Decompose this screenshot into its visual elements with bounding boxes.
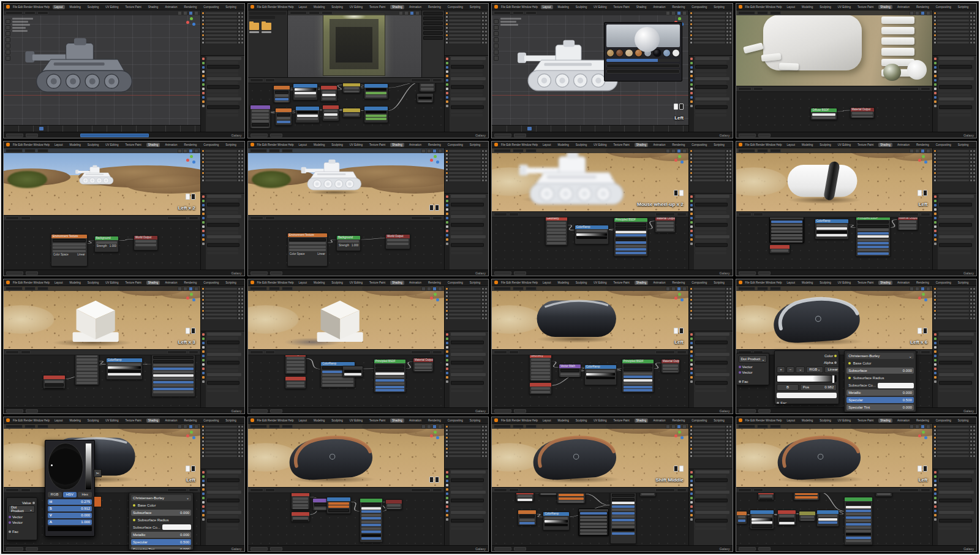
properties-tabs[interactable]	[689, 194, 694, 270]
workspace-tab-texture-paint[interactable]: Texture Paint	[856, 418, 875, 423]
outliner-row[interactable]	[690, 451, 731, 453]
node-header[interactable]	[386, 500, 402, 504]
viewport-3d[interactable]: Left	[492, 10, 688, 125]
node-editor[interactable]: Diffuse BSDF Material Output	[736, 86, 933, 132]
node-editor[interactable]: Geometry ColorRamp Principled BSDF Mater…	[492, 211, 688, 270]
blender-logo-icon[interactable]	[6, 143, 10, 146]
outliner-row[interactable]	[934, 153, 975, 156]
menu-items[interactable]: File Edit Render Window Help	[745, 143, 782, 146]
node-editor[interactable]: Environment TextureColor SpaceLinear Bac…	[248, 215, 445, 270]
outliner-row[interactable]	[202, 436, 243, 439]
workspace-tab-uv-editing[interactable]: UV Editing	[836, 418, 853, 423]
viewport-header[interactable]	[736, 424, 933, 429]
workspace-tab-modeling[interactable]: Modeling	[68, 5, 83, 9]
properties-tab-icon[interactable]	[446, 368, 448, 370]
outliner-panel[interactable]	[933, 286, 976, 331]
workspace-tab-rendering[interactable]: Rendering	[182, 5, 198, 9]
outliner-row[interactable]	[202, 12, 243, 14]
outliner-row[interactable]	[690, 41, 731, 43]
viewport-header[interactable]	[248, 424, 445, 429]
outliner-row[interactable]	[446, 164, 487, 167]
properties-tab-icon[interactable]	[934, 230, 937, 232]
outliner-row[interactable]	[446, 12, 487, 14]
properties-tab-icon[interactable]	[202, 100, 205, 103]
node-header[interactable]: ColorRamp	[815, 219, 849, 223]
properties-tabs[interactable]	[933, 194, 938, 270]
folder-icon[interactable]	[249, 23, 259, 30]
outliner-row[interactable]	[446, 172, 487, 174]
properties-tab-icon[interactable]	[690, 58, 693, 60]
workspace-tab-shading[interactable]: Shading	[146, 281, 160, 285]
properties-tab-icon[interactable]	[446, 350, 448, 353]
outliner-panel[interactable]	[689, 148, 733, 194]
node-editor[interactable]: Geometry Vector Math ColorRamp Principle…	[492, 349, 688, 407]
outliner-row[interactable]	[934, 455, 975, 457]
properties-tab-icon[interactable]	[934, 234, 937, 236]
properties-tab-icon[interactable]	[446, 96, 448, 99]
properties-tab-icon[interactable]	[934, 217, 937, 219]
shading-mode-icons[interactable]	[421, 287, 442, 291]
shader-node[interactable]: Material Output	[661, 359, 680, 373]
cube-object[interactable]	[299, 287, 377, 349]
properties-tab-icon[interactable]	[202, 380, 205, 383]
outliner-panel[interactable]	[445, 148, 488, 194]
properties-tab-icon[interactable]	[934, 100, 937, 103]
menu-items[interactable]: File Edit Render Window Help	[745, 419, 782, 422]
outliner-row[interactable]	[202, 34, 243, 36]
capsule-object[interactable]	[763, 287, 873, 349]
outliner-row[interactable]	[202, 15, 243, 18]
properties-tab-icon[interactable]	[202, 342, 205, 344]
shader-node[interactable]	[293, 83, 318, 100]
node-header[interactable]	[285, 377, 305, 380]
workspace-tab-shading[interactable]: Shading	[146, 418, 160, 423]
workspace-tab-rendering[interactable]: Rendering	[914, 418, 931, 423]
outliner-row[interactable]	[202, 429, 243, 431]
outliner-row[interactable]	[934, 149, 975, 152]
node-editor-header[interactable]	[736, 86, 933, 92]
navigation-gizmo-icon[interactable]	[186, 293, 197, 303]
properties-tab-icon[interactable]	[202, 359, 205, 361]
properties-tab-icon[interactable]	[202, 96, 205, 99]
shader-node[interactable]: Principled BSDF	[614, 217, 649, 257]
properties-tab-icon[interactable]	[934, 518, 937, 521]
workspace-tab-scripting[interactable]: Scripting	[712, 281, 726, 285]
workspace-tab-rendering[interactable]: Rendering	[426, 418, 443, 423]
node-header[interactable]: Material Output	[662, 360, 679, 363]
outliner-row[interactable]	[202, 306, 243, 308]
properties-tab-icon[interactable]	[202, 368, 205, 370]
workspace-tab-rendering[interactable]: Rendering	[182, 143, 198, 147]
picker-tab-hsv[interactable]: HSV	[63, 492, 77, 497]
shader-options-panel[interactable]	[421, 10, 444, 77]
outliner-row[interactable]	[934, 317, 975, 319]
workspace-tab-shading[interactable]: Shading	[390, 281, 404, 285]
menu-items[interactable]: File Edit Render Window Help	[501, 143, 538, 146]
properties-tab-icon[interactable]	[446, 372, 448, 374]
outliner-row[interactable]	[446, 41, 487, 43]
navigation-gizmo-icon[interactable]	[430, 431, 440, 441]
bsdf-slider[interactable]: Specular Tint0.000	[131, 546, 191, 550]
node-header[interactable]	[327, 497, 351, 501]
viewport-header[interactable]	[4, 10, 200, 15]
outliner-row[interactable]	[690, 160, 731, 163]
workspace-tab-uv-editing[interactable]: UV Editing	[104, 143, 120, 147]
node-header[interactable]	[43, 376, 65, 379]
workspace-tab-layout[interactable]: Layout	[785, 418, 797, 423]
outliner-row[interactable]	[202, 291, 243, 293]
properties-tab-icon[interactable]	[934, 505, 937, 508]
navigation-gizmo-icon[interactable]	[674, 293, 685, 303]
properties-tab-icon[interactable]	[202, 221, 205, 224]
outliner-row[interactable]	[934, 26, 975, 29]
properties-tab-icon[interactable]	[202, 493, 205, 495]
viewport-header[interactable]	[736, 286, 933, 291]
workspace-tab-sculpting[interactable]: Sculpting	[574, 281, 589, 285]
workspace-tab-layout[interactable]: Layout	[785, 5, 797, 9]
properties-tab-icon[interactable]	[446, 493, 448, 495]
properties-tab-icon[interactable]	[934, 363, 937, 366]
blender-logo-icon[interactable]	[494, 143, 498, 146]
viewport-3d[interactable]	[248, 424, 445, 487]
outliner-row[interactable]	[690, 309, 731, 312]
bsdf-row[interactable]: Subsurface Co...	[846, 382, 914, 388]
shader-node[interactable]	[342, 108, 361, 118]
properties-tab-icon[interactable]	[690, 355, 693, 357]
viewport-header[interactable]	[4, 286, 200, 291]
